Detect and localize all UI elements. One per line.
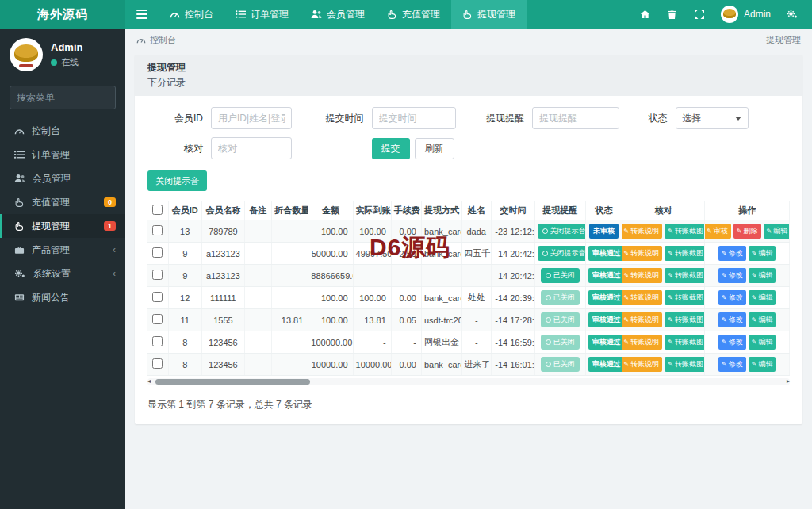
remind-toggle-button[interactable]: 关闭提示音 [538,246,586,261]
pencil-icon: ✎ [752,362,757,368]
scroll-left-arrow-icon[interactable]: ◂ [147,377,151,385]
edit-button[interactable]: ✎编辑 [749,312,776,327]
row-checkbox[interactable] [152,336,163,346]
modify-button[interactable]: ✎修改 [718,246,746,261]
cell-actual: 100.00 [353,287,391,309]
check-input[interactable] [211,137,292,159]
nav-item-recharge[interactable]: 充值管理 [376,0,451,29]
table-header-row: 会员ID 会员名称 备注 折合数量 金额 实际到账 手续费 提现方式 姓名 交时… [147,201,790,220]
select-all-checkbox[interactable] [152,205,163,215]
sidebar-menu: 控制台 订单管理 会员管理 充值管理 0 提现管理 1 产 [0,119,125,309]
submit-time-input[interactable] [372,107,456,129]
pencil-icon: ✎ [624,295,630,301]
mute-sound-button[interactable]: 关闭提示音 [147,170,207,191]
avatar [10,38,43,71]
sidebar-item-settings[interactable]: 系统设置 ‹ [0,262,125,285]
settings-button[interactable] [780,0,804,29]
home-button[interactable] [634,0,657,29]
row-checkbox[interactable] [152,358,163,369]
filter-check: 核对 [147,137,308,159]
chevron-down-icon [735,117,741,121]
cell-fee: - [391,331,421,354]
fullscreen-button[interactable] [688,0,711,29]
sidebar-item-withdraw[interactable]: 提现管理 1 [0,214,125,238]
transfer-screenshot-button[interactable]: ✎转账截图 [665,246,705,261]
cell-amount: 100000.00 [308,331,353,354]
delete-button[interactable]: ✎删除 [733,224,761,239]
pencil-icon: ✎ [722,339,727,346]
transfer-note-button[interactable]: ✎转账说明 [622,224,662,239]
transfer-screenshot-button[interactable]: ✎转账截图 [665,357,705,372]
edit-button[interactable]: ✎编辑 [749,246,776,261]
audit-button[interactable]: ✎审核 [705,224,731,239]
remind-toggle-button[interactable]: 已关闭 [541,357,580,372]
horizontal-scrollbar[interactable]: ◂ ▸ [147,378,790,385]
sidebar-item-orders[interactable]: 订单管理 [0,143,125,166]
modify-button[interactable]: ✎修改 [718,357,746,372]
table-row: 13 789789 100.00 100.00 0.00 bank_card d… [147,220,790,243]
nav-item-dashboard[interactable]: 控制台 [159,0,224,29]
search-input[interactable] [17,92,140,103]
edit-button[interactable]: ✎编辑 [749,290,776,305]
pencil-icon: ✎ [624,339,630,346]
transfer-screenshot-button[interactable]: ✎转账截图 [665,290,705,305]
transfer-note-button[interactable]: ✎转账说明 [622,246,662,261]
cell-actual: 13.81 [353,309,391,331]
remind-input[interactable] [532,107,619,129]
edit-button[interactable]: ✎编辑 [749,335,776,350]
remind-toggle-button[interactable]: 关闭提示音 [538,224,586,239]
modify-button[interactable]: ✎修改 [718,335,746,350]
pencil-icon: ✎ [722,251,727,257]
pencil-icon: ✎ [767,228,772,235]
transfer-note-button[interactable]: ✎转账说明 [622,312,662,327]
status-select[interactable]: 选择 [676,107,749,129]
nav-item-orders[interactable]: 订单管理 [224,0,300,29]
cell-note [245,354,272,376]
transfer-screenshot-button[interactable]: ✎转账截图 [665,335,705,350]
remind-toggle-button[interactable]: 已关闭 [541,312,580,327]
scroll-right-arrow-icon[interactable]: ▸ [787,377,790,385]
sidebar-item-dashboard[interactable]: 控制台 [0,119,125,143]
transfer-note-button[interactable]: ✎转账说明 [622,357,662,372]
filter-actions: 提交 刷新 [308,138,469,159]
edit-button[interactable]: ✎编辑 [764,224,790,239]
nav-item-withdraw[interactable]: 提现管理 [451,0,527,29]
transfer-note-button[interactable]: ✎转账说明 [622,268,662,283]
transfer-screenshot-button[interactable]: ✎转账截图 [665,268,705,283]
row-checkbox[interactable] [152,314,163,324]
hamburger-icon [136,10,147,19]
transfer-screenshot-button[interactable]: ✎转账截图 [665,312,705,327]
modify-button[interactable]: ✎修改 [718,268,746,283]
trash-button[interactable] [661,0,684,29]
sidebar-item-recharge[interactable]: 充值管理 0 [0,190,125,214]
submit-button[interactable]: 提交 [372,138,410,159]
member-id-input[interactable] [211,107,292,129]
row-checkbox[interactable] [152,270,163,280]
sidebar-toggle-button[interactable] [125,0,159,29]
remind-toggle-button[interactable]: 已关闭 [541,335,580,350]
nav-item-members[interactable]: 会员管理 [300,0,376,29]
transfer-screenshot-button[interactable]: ✎转账截图 [665,224,705,239]
user-menu[interactable]: Admin [714,6,777,23]
row-checkbox[interactable] [152,225,163,235]
edit-button[interactable]: ✎编辑 [749,357,776,372]
edit-button[interactable]: ✎编辑 [749,268,776,283]
refresh-button[interactable]: 刷新 [415,138,454,159]
remind-toggle-button[interactable]: 已关闭 [541,268,580,283]
transfer-note-button[interactable]: ✎转账说明 [622,290,662,305]
brand-title: 海外源码 [0,0,125,29]
cell-convert [272,243,308,265]
row-checkbox[interactable] [152,292,163,302]
sidebar-item-members[interactable]: 会员管理 [0,166,125,190]
breadcrumb-home[interactable]: 控制台 [150,34,176,46]
remind-toggle-button[interactable]: 已关闭 [541,290,580,305]
modify-button[interactable]: ✎修改 [718,312,746,327]
sidebar-item-products[interactable]: 产品管理 ‹ [0,238,125,262]
modify-button[interactable]: ✎修改 [718,290,746,305]
row-checkbox[interactable] [152,247,163,258]
sidebar-item-news[interactable]: 新闻公告 [0,285,125,309]
table-row: 8 123456 10000.00 10000.00 0.00 bank_car… [147,354,790,376]
transfer-note-button[interactable]: ✎转账说明 [622,335,662,350]
col-header: 折合数量 [272,201,308,220]
scrollbar-thumb[interactable] [155,379,310,385]
